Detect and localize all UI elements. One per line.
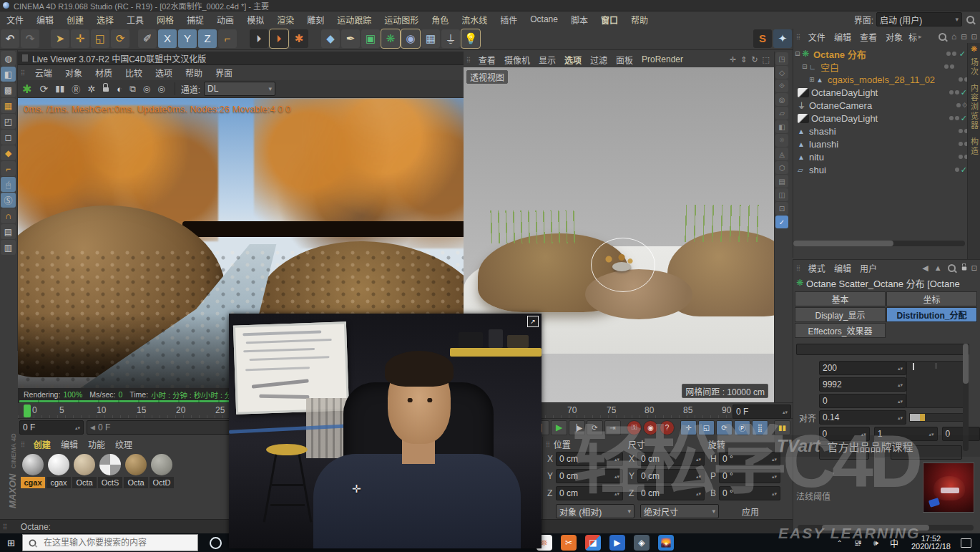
vp-rotate-icon[interactable]: ↻ bbox=[751, 55, 758, 64]
lv-picker-icon-1[interactable]: ◎ bbox=[143, 84, 150, 94]
am-up-icon[interactable]: ▲ bbox=[934, 263, 942, 272]
current-frame-field[interactable]: 0 F▴▾ bbox=[732, 405, 791, 419]
lv-menu-interface[interactable]: 界面 bbox=[209, 67, 239, 79]
dock-icon-11[interactable]: ◫ bbox=[775, 188, 788, 201]
am-search-icon[interactable] bbox=[948, 264, 956, 272]
tree-row-null[interactable]: ⊟ ∟ 空白 bbox=[793, 60, 980, 73]
keyframe-selection-button[interactable]: ? bbox=[660, 420, 675, 435]
live-viewer-titlebar[interactable]: Live Viewer 3.07-R2 中国C4D联盟中文汉化版 bbox=[18, 52, 464, 65]
lv-menu-help[interactable]: 帮助 bbox=[179, 67, 209, 79]
move-tool-button[interactable]: ✛ bbox=[71, 29, 89, 48]
taskbar-app-colorful[interactable]: ◪ bbox=[585, 535, 601, 551]
tree-row-shui[interactable]: ▱ shui ✓ bbox=[793, 163, 980, 176]
apply-button[interactable]: 应用 bbox=[742, 505, 759, 518]
tab-takes[interactable]: 场次 bbox=[969, 58, 980, 77]
snap-magnet-icon[interactable]: ∩ bbox=[1, 208, 16, 223]
menu-snap[interactable]: 捕捉 bbox=[180, 14, 210, 26]
frame-slider[interactable]: ◀0 F bbox=[87, 420, 241, 435]
undo-button[interactable]: ↶ bbox=[1, 29, 19, 48]
am-slider-track-area[interactable] bbox=[906, 361, 965, 408]
lv-menu-materials[interactable]: 材质 bbox=[89, 67, 119, 79]
lv-settings-gear-icon[interactable]: ✲ bbox=[87, 84, 95, 95]
om-home-icon[interactable]: ⌂ bbox=[951, 32, 956, 42]
vp-menu-filter[interactable]: 过滤 bbox=[586, 54, 612, 66]
panel-grip[interactable]: ⣿ bbox=[21, 69, 26, 76]
vp-pan-icon[interactable]: ✛ bbox=[730, 55, 736, 64]
menu-render[interactable]: 渲染 bbox=[270, 14, 300, 26]
row5-field-2[interactable]: 1▴▾ bbox=[874, 427, 938, 441]
lock-z-axis-button[interactable]: Z bbox=[198, 29, 217, 48]
am-vertical-scrollbar[interactable] bbox=[963, 344, 969, 451]
lv-lock-icon[interactable] bbox=[103, 84, 109, 94]
add-camera-button[interactable]: ⏚ bbox=[441, 29, 460, 48]
taskbar-app-photos[interactable]: 🌄 bbox=[658, 535, 674, 551]
menu-sculpt[interactable]: 雕刻 bbox=[300, 14, 330, 26]
octane-texture-button[interactable]: ✦ bbox=[773, 29, 792, 48]
scale-tool-button[interactable]: ◱ bbox=[91, 29, 109, 48]
polygons-mode-icon[interactable]: ◆ bbox=[1, 145, 16, 160]
material-item[interactable]: cgax bbox=[21, 454, 45, 488]
position-x-field[interactable]: 0 cm▴▾ bbox=[556, 452, 623, 466]
menu-tools[interactable]: 工具 bbox=[120, 14, 150, 26]
add-mograph-button[interactable]: ❋ bbox=[381, 29, 400, 48]
row5-field-1[interactable]: 0▴▾ bbox=[819, 427, 870, 441]
key-pla-toggle[interactable]: ⣿ bbox=[752, 420, 768, 435]
om-horizontal-scrollbar[interactable] bbox=[793, 241, 965, 246]
dock-icon-8[interactable]: ◬ bbox=[775, 147, 788, 160]
tree-row-luanshi[interactable]: ▲ luanshi ∴ bbox=[793, 137, 980, 150]
tab-coordinates[interactable]: 坐标 bbox=[886, 291, 977, 306]
interface-dropdown[interactable]: 启动 (用户)▾ bbox=[876, 12, 962, 26]
size-x-field[interactable]: 0 cm▴▾ bbox=[637, 452, 705, 466]
make-editable-button[interactable]: ✐ bbox=[138, 29, 157, 48]
octane-logo-button[interactable]: S bbox=[753, 29, 772, 48]
am-lock-icon[interactable] bbox=[961, 263, 967, 273]
offset-field[interactable]: 0▴▾ bbox=[819, 394, 906, 408]
material-item[interactable]: Octa bbox=[124, 454, 148, 488]
autokey-button[interactable]: ◉ bbox=[643, 420, 658, 435]
position-z-field[interactable]: 0 cm▴▾ bbox=[556, 486, 623, 500]
timeline-playhead[interactable] bbox=[24, 405, 31, 417]
dock-icon-5[interactable]: ▱ bbox=[775, 107, 788, 120]
taskbar-search-box[interactable] bbox=[22, 534, 198, 551]
am-checkbox[interactable] bbox=[875, 447, 885, 457]
am-grip[interactable]: ⣿ bbox=[796, 265, 801, 271]
menu-file[interactable]: 文件 bbox=[0, 14, 30, 26]
workplane-snap-icon[interactable]: ▥ bbox=[1, 240, 16, 255]
align-field[interactable]: 0.14▴▾ bbox=[819, 410, 906, 425]
menu-create[interactable]: 创建 bbox=[60, 14, 90, 26]
lock-y-axis-button[interactable]: Y bbox=[178, 29, 197, 48]
tab-content-browser[interactable]: 内容浏览器 bbox=[969, 84, 980, 130]
axis-mode-icon[interactable]: ⌐ bbox=[1, 161, 16, 176]
vp-menu-cameras[interactable]: 摄像机 bbox=[500, 54, 534, 66]
material-item[interactable]: OctD bbox=[150, 454, 174, 488]
tree-row-octane-scatter[interactable]: ⊟ ❋ Octane 分布 ✓ bbox=[793, 47, 980, 60]
key-parameter-toggle[interactable]: Ⓟ bbox=[734, 420, 750, 435]
tray-chevron-icon[interactable]: ⌃ bbox=[837, 539, 843, 547]
vp-zoom-icon[interactable]: ⇕ bbox=[740, 55, 747, 64]
vp-menu-display[interactable]: 显示 bbox=[534, 54, 560, 66]
coord-mode-dropdown[interactable]: 对象 (相对)▾ bbox=[556, 504, 634, 518]
tray-network-icon[interactable]: 🖳 bbox=[854, 538, 862, 547]
dock-icon-6[interactable]: ◧ bbox=[775, 120, 788, 133]
make-editable-mode-icon[interactable]: ◍ bbox=[1, 51, 16, 66]
add-primitive-button[interactable]: ◆ bbox=[321, 29, 340, 48]
tray-volume-icon[interactable]: 🕪 bbox=[873, 538, 878, 548]
menu-character[interactable]: 角色 bbox=[425, 14, 455, 26]
taskbar-app-movies[interactable]: ▶ bbox=[609, 535, 625, 551]
menu-plugins[interactable]: 插件 bbox=[494, 14, 524, 26]
menu-pipeline[interactable]: 流水线 bbox=[455, 14, 494, 26]
om-grip[interactable]: ⣿ bbox=[796, 34, 801, 40]
om-menu-tags[interactable]: 标 bbox=[907, 31, 918, 43]
vp-menu-prorender[interactable]: ProRender bbox=[637, 54, 687, 64]
dock-icon-3[interactable]: ⟐ bbox=[775, 79, 788, 92]
add-deformer-button[interactable]: ◉ bbox=[401, 29, 420, 48]
tree-row-nitu[interactable]: ▲ nitu ▦ bbox=[793, 150, 980, 163]
om-menu-edit[interactable]: 编辑 bbox=[830, 31, 856, 43]
tab-structure[interactable]: 构造 bbox=[969, 137, 980, 156]
lv-menu-compare[interactable]: 比较 bbox=[119, 67, 149, 79]
next-key-button[interactable]: ▕▶ bbox=[569, 420, 585, 435]
am-extra-well-2[interactable] bbox=[891, 445, 962, 460]
menu-help[interactable]: 帮助 bbox=[624, 14, 655, 26]
taskbar-search-input[interactable] bbox=[42, 537, 181, 548]
rotate-tool-button[interactable]: ⟳ bbox=[111, 29, 129, 48]
